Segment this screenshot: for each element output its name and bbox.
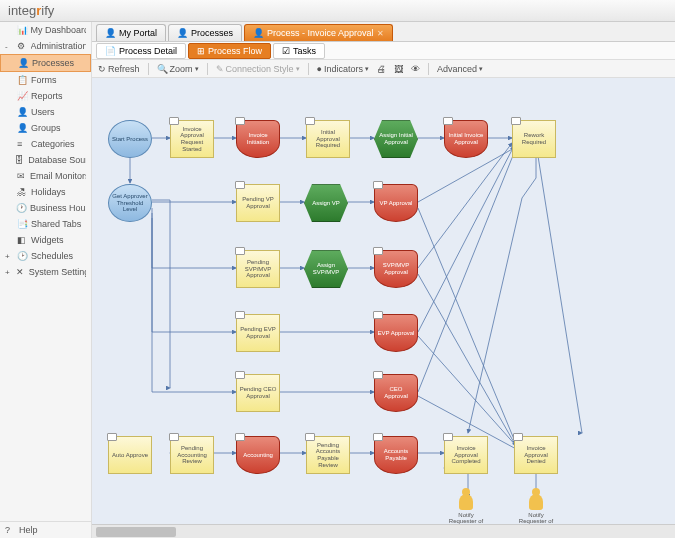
- sidebar-icon: 🏖: [17, 187, 27, 197]
- subtab-label: Process Flow: [208, 46, 262, 56]
- scrollbar-thumb[interactable]: [96, 527, 176, 537]
- sidebar-item-shared-tabs[interactable]: 📑Shared Tabs: [0, 216, 91, 232]
- sidebar-item-business-hours[interactable]: 🕐Business Hours: [0, 200, 91, 216]
- sidebar-icon: 🗄: [15, 155, 24, 165]
- refresh-button[interactable]: ↻ Refresh: [98, 64, 140, 74]
- node-get-approver-level[interactable]: Get Approver Threshold Level: [108, 184, 152, 222]
- close-icon[interactable]: ✕: [377, 29, 384, 38]
- sidebar-label: Forms: [31, 75, 57, 85]
- horizontal-scrollbar[interactable]: [92, 524, 675, 538]
- node-request-started[interactable]: Invoice Approval Request Started: [170, 120, 214, 158]
- node-pending-accounting[interactable]: Pending Accounting Review: [170, 436, 214, 474]
- sidebar-item-schedules[interactable]: +🕑Schedules: [0, 248, 91, 264]
- sidebar-label: Categories: [31, 139, 75, 149]
- tab-label: Process - Invoice Approval: [267, 28, 374, 38]
- toolbar: ↻ Refresh 🔍 Zoom ▾ ✎ Connection Style ▾ …: [92, 60, 675, 78]
- tab-icon: 👤: [177, 28, 188, 38]
- connection-style-button[interactable]: ✎ Connection Style ▾: [216, 64, 300, 74]
- node-accounts-payable[interactable]: Accounts Payable: [374, 436, 418, 474]
- node-assign-initial-approval[interactable]: Assign Initial Approval: [374, 120, 418, 158]
- sidebar-item-email-monitors[interactable]: ✉Email Monitors: [0, 168, 91, 184]
- tab-my-portal[interactable]: 👤My Portal: [96, 24, 166, 41]
- node-pending-vp[interactable]: Pending VP Approval: [236, 184, 280, 222]
- node-approval-denied[interactable]: Invoice Approval Denied: [514, 436, 558, 474]
- sidebar: 📊My Dashboard-⚙Administration👤Processes📋…: [0, 22, 92, 538]
- logo: integrify: [8, 3, 54, 18]
- sidebar-label: Groups: [31, 123, 61, 133]
- sidebar-item-database-sources[interactable]: 🗄Database Sources: [0, 152, 91, 168]
- help-icon: ?: [5, 525, 15, 535]
- tab-process-invoice-approval[interactable]: 👤Process - Invoice Approval✕: [244, 24, 393, 41]
- node-initial-approval-required[interactable]: Initial Approval Required: [306, 120, 350, 158]
- node-pending-ap[interactable]: Pending Accounts Payable Review: [306, 436, 350, 474]
- subtab-icon: ☑: [282, 46, 290, 56]
- sidebar-label: Widgets: [31, 235, 64, 245]
- help-label: Help: [19, 525, 38, 535]
- node-notify-denial[interactable]: Notify Requester of Invoice Denial: [514, 494, 558, 524]
- tab-icon: 👤: [253, 28, 264, 38]
- sidebar-item-administration[interactable]: -⚙Administration: [0, 38, 91, 54]
- sidebar-item-groups[interactable]: 👤Groups: [0, 120, 91, 136]
- sidebar-icon: 👤: [18, 58, 28, 68]
- node-start-process[interactable]: Start Process: [108, 120, 152, 158]
- sidebar-icon: 📑: [17, 219, 27, 229]
- node-pending-svp[interactable]: Pending SVP/MVP Approval: [236, 250, 280, 288]
- sidebar-label: Holidays: [31, 187, 66, 197]
- sidebar-item-processes[interactable]: 👤Processes: [0, 54, 91, 72]
- node-pending-evp[interactable]: Pending EVP Approval: [236, 314, 280, 352]
- sidebar-label: Users: [31, 107, 55, 117]
- sidebar-label: Administration: [31, 41, 86, 51]
- tab-label: My Portal: [119, 28, 157, 38]
- node-auto-approve[interactable]: Auto Approve: [108, 436, 152, 474]
- sidebar-label: Business Hours: [30, 203, 86, 213]
- subtab-process-flow[interactable]: ⊞Process Flow: [188, 43, 271, 59]
- sidebar-icon: 📋: [17, 75, 27, 85]
- node-accounting[interactable]: Accounting: [236, 436, 280, 474]
- tab-label: Processes: [191, 28, 233, 38]
- node-svp-approval[interactable]: SVP/MVP Approval: [374, 250, 418, 288]
- sidebar-icon: ◧: [17, 235, 27, 245]
- sidebar-item-forms[interactable]: 📋Forms: [0, 72, 91, 88]
- sidebar-icon: ✉: [17, 171, 26, 181]
- sidebar-label: Shared Tabs: [31, 219, 81, 229]
- sidebar-item-reports[interactable]: 📈Reports: [0, 88, 91, 104]
- sidebar-label: System Settings: [29, 267, 86, 277]
- sidebar-label: Email Monitors: [30, 171, 86, 181]
- node-approval-completed[interactable]: Invoice Approval Completed: [444, 436, 488, 474]
- print-icon[interactable]: 🖨: [377, 64, 386, 74]
- subtab-tasks[interactable]: ☑Tasks: [273, 43, 325, 59]
- node-vp-approval[interactable]: VP Approval: [374, 184, 418, 222]
- sidebar-item-widgets[interactable]: ◧Widgets: [0, 232, 91, 248]
- node-invoice-initiation[interactable]: Invoice Initiation: [236, 120, 280, 158]
- sidebar-item-my-dashboard[interactable]: 📊My Dashboard: [0, 22, 91, 38]
- advanced-button[interactable]: Advanced ▾: [437, 64, 483, 74]
- subtab-process-detail[interactable]: 📄Process Detail: [96, 43, 186, 59]
- zoom-button[interactable]: 🔍 Zoom ▾: [157, 64, 199, 74]
- sidebar-label: Schedules: [31, 251, 73, 261]
- node-evp-approval[interactable]: EVP Approval: [374, 314, 418, 352]
- sidebar-item-system-settings[interactable]: +✕System Settings: [0, 264, 91, 280]
- sidebar-icon: 👤: [17, 107, 27, 117]
- tab-processes[interactable]: 👤Processes: [168, 24, 242, 41]
- flow-canvas[interactable]: Start Process Invoice Approval Request S…: [92, 78, 675, 524]
- node-notify-approval[interactable]: Notify Requester of Invoice Approval: [444, 494, 488, 524]
- indicators-button[interactable]: ● Indicators ▾: [317, 64, 369, 74]
- sidebar-icon: 👤: [17, 123, 27, 133]
- node-ceo-approval[interactable]: CEO Approval: [374, 374, 418, 412]
- tab-icon: 👤: [105, 28, 116, 38]
- node-rework-required[interactable]: Rework Required: [512, 120, 556, 158]
- node-assign-svp[interactable]: Assign SVP/MVP: [304, 250, 348, 288]
- view-icon[interactable]: 👁: [411, 64, 420, 74]
- help-link[interactable]: ? Help: [0, 522, 91, 538]
- sidebar-item-users[interactable]: 👤Users: [0, 104, 91, 120]
- sidebar-item-categories[interactable]: ≡Categories: [0, 136, 91, 152]
- image-icon[interactable]: 🖼: [394, 64, 403, 74]
- sidebar-item-holidays[interactable]: 🏖Holidays: [0, 184, 91, 200]
- node-initial-invoice-approval[interactable]: Initial Invoice Approval: [444, 120, 488, 158]
- subtab-label: Tasks: [293, 46, 316, 56]
- node-assign-vp[interactable]: Assign VP: [304, 184, 348, 222]
- sidebar-icon: 📊: [17, 25, 27, 35]
- sidebar-icon: ✕: [16, 267, 25, 277]
- node-pending-ceo[interactable]: Pending CEO Approval: [236, 374, 280, 412]
- subtab-icon: ⊞: [197, 46, 205, 56]
